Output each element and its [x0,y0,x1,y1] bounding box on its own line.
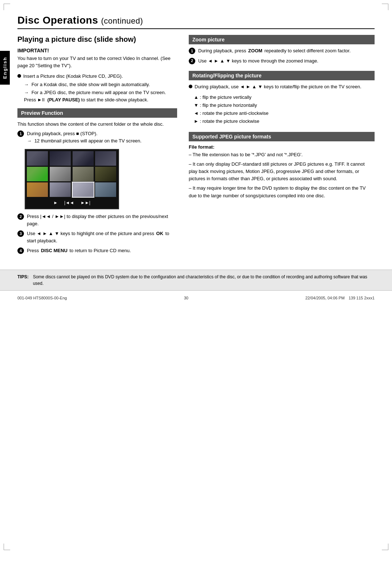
step4: 4 Press DISC MENU to return to Picture C… [17,247,177,254]
thumb-8 [95,167,116,181]
arrow-icon: → [24,82,29,87]
section-heading: Playing a picture disc (slide show) [17,35,177,44]
preview-text: This function shows the content of the c… [17,121,177,128]
thumb-9 [27,182,48,197]
corner-br [382,544,388,550]
step2-content: Press |◄◄ / ►►| to display the other pic… [27,213,177,227]
thumb-11 [73,182,94,197]
step2: 2 Press |◄◄ / ►►| to display the other p… [17,213,177,227]
step4-text: Press [27,248,39,253]
rotate-bullet-text: During playback, use ◄ ► ▲ ▼ keys to rot… [195,83,362,90]
arrow1-text: For a Kodak disc, the slide show will be… [32,82,150,87]
grid-next-icon: ►►| [79,199,92,206]
thumb-6 [50,167,71,181]
grid-play-icon: ► [52,199,59,206]
step1-text: During playback, press ■ (STOP). [27,131,98,136]
thumb-10 [50,182,71,197]
tips-text: Some discs cannot be played on this DVD … [33,274,375,287]
grid-controls: ► |◄◄ ►►| [27,198,117,207]
zoom-step2-num: 2 [189,58,195,64]
thumb-3 [73,151,94,166]
bullet-dot [17,74,21,78]
bullet-insert: Insert a Picture disc (Kodak Picture CD,… [17,73,177,80]
step1-arrow-icon: → [27,138,32,144]
fileformat-text1: – The file extension has to be '*.JPG' a… [189,151,375,158]
thumb-4 [95,151,116,166]
zoom-step2: 2 Use ◄ ► ▲ ▼ keys to move through the z… [189,57,375,65]
preview-section: Preview Function This function shows the… [17,108,177,254]
thumbnail-grid-wrap: ► |◄◄ ►►| [25,149,119,209]
footer-date: 22/04/2005, 04:06 PM [305,296,344,300]
zoom-section: Zoom picture 1 During playback, press ZO… [189,35,375,64]
zoom-step1-content: During playback, press ZOOM repeatedly t… [198,47,375,55]
corner-tr [382,4,388,10]
step3-ok: OK [156,231,163,236]
corner-bl [4,544,10,550]
footer-right: 22/04/2005, 04:06 PM 139 115 2xxx1 [305,296,375,300]
important-section: IMPORTANT! You have to turn on your TV a… [17,48,177,69]
important-label: IMPORTANT! [17,48,177,53]
arrow-jpeg: → For a JPEG disc, the picture menu will… [24,89,177,103]
step4-after-text: to return to Picture CD menu. [69,248,131,253]
arrow-icon2: → [24,90,29,95]
rotate-section: Rotating/Flipping the picture During pla… [189,71,375,125]
title-suffix-text: continued [104,16,140,25]
step4-content: Press DISC MENU to return to Picture CD … [27,247,177,254]
step1-num: 1 [17,130,24,137]
thumb-2 [50,151,71,166]
thumb-7 [73,167,94,181]
after-play-text: to start the slide-show playback. [81,97,148,102]
important-text: You have to turn on your TV and set to t… [17,55,177,69]
footer-center: 30 [184,296,188,300]
fileformat-label: File format: [189,144,375,150]
thumb-1 [27,151,48,166]
step3-text: Use ◄ ► ▲ ▼ keys to highlight one of the… [27,231,154,236]
zoom-step1-after: repeatedly to select different zoom fact… [264,48,351,53]
title-continued: (continued) [101,16,143,25]
thumbnail-grid [27,151,117,197]
step1: 1 During playback, press ■ (STOP). → 12 … [17,130,177,145]
two-col-layout: Playing a picture disc (slide show) IMPO… [17,35,375,261]
zoom-step2-content: Use ◄ ► ▲ ▼ keys to move through the zoo… [198,57,375,65]
tips-bar: TIPS: Some discs cannot be played on thi… [0,270,392,291]
grid-prev-icon: |◄◄ [63,199,75,206]
page-footer: 001-049 HTS8000S-00-Eng 30 22/04/2005, 0… [0,293,392,303]
arrow-kodak: → For a Kodak disc, the slide show will … [24,81,177,88]
fileformat-text2: – It can only display DCF-standard still… [189,161,375,182]
step3: 3 Use ◄ ► ▲ ▼ keys to highlight one of t… [17,230,177,244]
jpeg-header: Supported JPEG picture formats [189,132,375,141]
step4-discmenu: DISC MENU [41,248,68,253]
zoom-step1-num: 1 [189,48,195,54]
footer-left: 001-049 HTS8000S-00-Eng [17,296,67,300]
step2-num: 2 [17,213,24,220]
preview-header: Preview Function [17,108,177,118]
step1-arrow: → 12 thumbnail pictures will appear on t… [27,137,177,145]
step3-content: Use ◄ ► ▲ ▼ keys to highlight one of the… [27,230,177,244]
rotate-right: ► : rotate the picture clockwise [192,117,375,125]
bullet-insert-text: Insert a Picture disc (Kodak Picture CD,… [23,73,123,80]
rotate-down: ▼ : flip the picture horizontally [192,101,375,109]
step1-content: During playback, press ■ (STOP). → 12 th… [27,130,177,145]
fileformat-text3: – It may require longer time for the DVD… [189,185,375,199]
corner-tl [4,4,10,10]
page-inner: Disc Operations (continued) Playing a pi… [17,11,375,261]
thumb-5 [27,167,48,181]
footer-extra: 139 115 2xxx1 [348,296,375,300]
title-text: Disc Operations [17,15,98,26]
right-column: Zoom picture 1 During playback, press ZO… [189,35,375,206]
sidebar-english-tab: English [0,51,10,85]
page-title: Disc Operations (continued) [17,15,375,29]
thumb-12 [95,182,116,197]
step4-num: 4 [17,247,24,254]
zoom-step1: 1 During playback, press ZOOM repeatedly… [189,47,375,55]
tips-label: TIPS: [17,274,29,280]
rotate-up: ▲ : flip the picture vertically [192,93,375,101]
page-outer: English Disc Operations (continued) Play… [0,0,392,561]
zoom-header: Zoom picture [189,35,375,44]
play-pause-label: (PLAY PAUSE) [48,97,80,102]
rotate-bullet-dot [189,85,192,88]
step3-num: 3 [17,230,24,237]
step1-arrow-text: 12 thumbnail pictures will appear on the… [34,138,142,144]
left-column: Playing a picture disc (slide show) IMPO… [17,35,177,261]
zoom-step1-text: During playback, press [198,48,246,53]
